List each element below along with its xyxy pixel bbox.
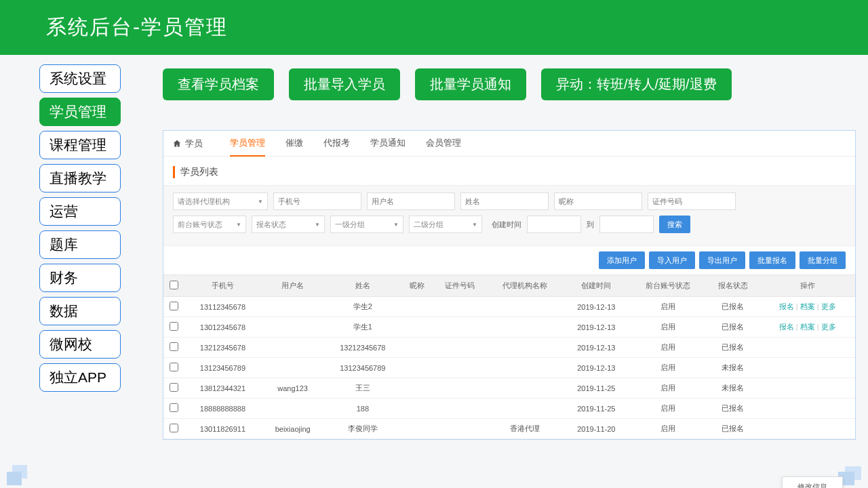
cell xyxy=(486,297,563,317)
date-to-input[interactable] xyxy=(599,216,654,233)
cell xyxy=(262,399,324,419)
op-archive[interactable]: 档案 xyxy=(800,323,815,331)
group2-select[interactable]: 二级分组 xyxy=(409,216,482,233)
bulk-btn-4[interactable]: 批量分组 xyxy=(800,251,846,269)
cell: 188 xyxy=(323,399,401,419)
panel-home[interactable]: 学员 xyxy=(173,138,203,150)
phone-input[interactable] xyxy=(273,192,361,210)
bulk-action-row: 添加用户导入用户导出用户批量报名批量分组 xyxy=(163,246,855,274)
bulk-btn-0[interactable]: 添加用户 xyxy=(599,251,645,269)
cell xyxy=(401,297,433,317)
agency-select[interactable]: 请选择代理机构 xyxy=(173,192,268,210)
top-action-2[interactable]: 批量学员通知 xyxy=(415,68,526,100)
check-all[interactable] xyxy=(170,281,178,289)
group1-select[interactable]: 一级分组 xyxy=(330,216,403,233)
sidebar-item-6[interactable]: 财务 xyxy=(39,264,121,292)
op-more[interactable]: 更多 xyxy=(821,302,836,310)
col-header-2: 用户名 xyxy=(262,275,324,297)
cell: 18888888888 xyxy=(184,399,262,419)
top-action-1[interactable]: 批量导入学员 xyxy=(289,68,400,100)
row-checkbox[interactable] xyxy=(170,363,178,371)
to-label: 到 xyxy=(587,220,594,230)
cell: 2019-11-25 xyxy=(563,378,629,399)
table-row: 13112345678学生22019-12-13启用已报名报名 | 档案 | 更… xyxy=(163,297,855,317)
col-header-1: 手机号 xyxy=(184,275,262,297)
panel-tab-0[interactable]: 学员管理 xyxy=(230,130,265,157)
bulk-btn-1[interactable]: 导入用户 xyxy=(649,251,695,269)
row-checkbox[interactable] xyxy=(170,403,178,412)
cell xyxy=(486,317,563,338)
row-checkbox[interactable] xyxy=(170,383,178,392)
cell: 启用 xyxy=(629,338,706,358)
panel-tab-4[interactable]: 会员管理 xyxy=(426,130,461,157)
sidebar-item-3[interactable]: 直播教学 xyxy=(39,164,121,192)
op-enroll[interactable]: 报名 xyxy=(779,323,794,331)
cell xyxy=(401,338,433,358)
op-more[interactable]: 更多 xyxy=(821,323,836,331)
cell xyxy=(433,358,486,378)
sidebar-item-1[interactable]: 学员管理 xyxy=(39,98,121,126)
top-action-0[interactable]: 查看学员档案 xyxy=(163,68,274,100)
op-archive[interactable]: 档案 xyxy=(800,302,815,310)
cell xyxy=(262,358,324,378)
cell xyxy=(486,338,563,358)
cell: 王三 xyxy=(323,378,401,399)
row-checkbox[interactable] xyxy=(170,342,178,351)
date-from-input[interactable] xyxy=(527,216,581,233)
enroll-status: 已报名 xyxy=(706,338,760,358)
sidebar-item-7[interactable]: 数据 xyxy=(39,297,121,325)
cell: 学生1 xyxy=(323,317,401,338)
nickname-input[interactable] xyxy=(554,192,642,210)
enroll-status: 已报名 xyxy=(706,399,760,419)
cell: 2019-12-13 xyxy=(563,338,629,358)
ops-cell xyxy=(760,338,855,358)
sidebar-item-5[interactable]: 题库 xyxy=(39,230,121,259)
search-button[interactable]: 搜索 xyxy=(659,216,690,233)
bulk-btn-2[interactable]: 导出用户 xyxy=(699,251,745,269)
cell xyxy=(433,378,486,399)
bulk-btn-3[interactable]: 批量报名 xyxy=(749,251,795,269)
dropdown-item-0[interactable]: 修改信息 xyxy=(783,477,842,488)
cell: 启用 xyxy=(629,358,706,378)
panel-tab-3[interactable]: 学员通知 xyxy=(370,130,406,157)
cell xyxy=(262,317,324,338)
row-checkbox[interactable] xyxy=(170,322,178,331)
cell xyxy=(433,419,486,439)
sidebar-item-8[interactable]: 微网校 xyxy=(39,330,121,359)
filter-bar: 请选择代理机构 前台账号状态 报名状态 一级分组 二级分组 创建时间 到 xyxy=(163,185,855,246)
page-title: 系统后台-学员管理 xyxy=(46,14,868,41)
col-header-10: 操作 xyxy=(760,275,855,297)
sidebar-item-9[interactable]: 独立APP xyxy=(39,363,121,392)
sidebar-item-4[interactable]: 运营 xyxy=(39,197,121,226)
top-action-3[interactable]: 异动：转班/转人/延期/退费 xyxy=(541,68,732,100)
list-title: 学员列表 xyxy=(173,166,846,178)
cell xyxy=(433,317,486,338)
enroll-status-select[interactable]: 报名状态 xyxy=(252,216,325,233)
enroll-status: 已报名 xyxy=(706,419,760,439)
cell xyxy=(486,358,563,378)
sidebar-item-0[interactable]: 系统设置 xyxy=(39,64,121,93)
op-enroll[interactable]: 报名 xyxy=(779,302,794,310)
name-input[interactable] xyxy=(460,192,549,210)
sidebar-item-2[interactable]: 课程管理 xyxy=(39,131,121,159)
top-action-row: 查看学员档案批量导入学员批量学员通知异动：转班/转人/延期/退费 xyxy=(163,68,856,100)
col-header-6: 代理机构名称 xyxy=(486,275,563,297)
cell: 13212345678 xyxy=(184,338,262,358)
panel-home-label: 学员 xyxy=(185,138,203,150)
idcard-input[interactable] xyxy=(648,192,736,210)
row-checkbox[interactable] xyxy=(170,424,178,432)
username-input[interactable] xyxy=(367,192,455,210)
cell: 学生2 xyxy=(323,297,401,317)
create-time-label: 创建时间 xyxy=(492,220,521,230)
row-checkbox[interactable] xyxy=(170,302,178,310)
col-header-5: 证件号码 xyxy=(433,275,486,297)
ops-cell: 报名 | 档案 | 更多 xyxy=(760,297,855,317)
panel-tab-2[interactable]: 代报考 xyxy=(323,130,350,157)
more-dropdown[interactable]: 修改信息禁用用户修改密码余额充值积分充值异动约课 xyxy=(782,476,843,488)
cell: 13812344321 xyxy=(184,378,262,399)
cell xyxy=(433,338,486,358)
front-status-select[interactable]: 前台账号状态 xyxy=(173,216,246,233)
table-row: 13011826911beixiaojing李俊同学香港代理2019-11-20… xyxy=(163,419,855,439)
panel-tabs: 学员管理催缴代报考学员通知会员管理 xyxy=(230,130,461,157)
panel-tab-1[interactable]: 催缴 xyxy=(285,130,303,157)
